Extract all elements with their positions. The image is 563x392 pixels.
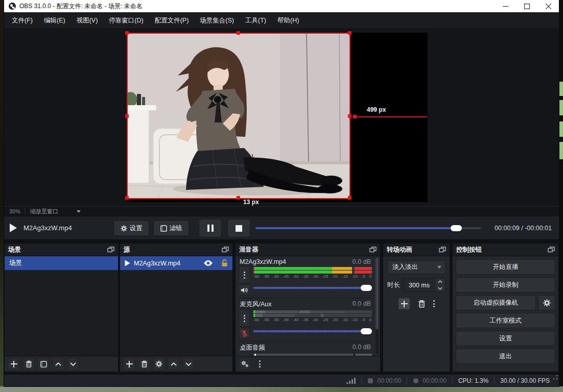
source-properties-button[interactable] (153, 358, 165, 370)
meter-scale: -60-55-50-45-40-35-30-25-20-15-10-50 (253, 274, 372, 279)
media-settings-button[interactable]: 设置 (113, 220, 149, 236)
mixer-channel-menu-button[interactable] (239, 353, 250, 356)
add-scene-button[interactable] (8, 358, 20, 370)
seek-handle[interactable] (451, 225, 462, 231)
remove-scene-button[interactable] (22, 358, 35, 370)
menu-view[interactable]: 视图(V) (71, 12, 104, 29)
scene-filters-button[interactable] (37, 358, 50, 370)
zoom-mode-label[interactable]: 缩放至窗口 (25, 208, 63, 215)
spin-down-button[interactable] (435, 285, 445, 292)
selection-handle-left-mid[interactable] (125, 114, 129, 118)
source-list-item[interactable]: M2Ag3xzW.mp4 (120, 256, 232, 270)
sources-panel-header[interactable]: 源 (120, 243, 232, 256)
menu-profile[interactable]: 配置文件(P) (149, 12, 195, 29)
duration-spinbox[interactable]: 300 ms (403, 278, 445, 292)
program-canvas[interactable]: 499 px 13 px (127, 33, 428, 202)
minimize-button[interactable] (495, 0, 516, 12)
preview-area[interactable]: 499 px 13 px (4, 29, 559, 206)
scrollbar-thumb[interactable] (376, 258, 379, 329)
controls-panel-header[interactable]: 控制按钮 (453, 243, 558, 256)
close-icon (546, 4, 551, 9)
selection-handle-bottom-right[interactable] (348, 196, 351, 200)
kebab-icon (433, 300, 435, 307)
popout-icon[interactable] (439, 247, 446, 253)
menu-edit[interactable]: 编辑(E) (38, 12, 71, 29)
close-button[interactable] (537, 0, 559, 12)
source-move-down-button[interactable] (182, 358, 195, 370)
sources-title: 源 (124, 246, 130, 254)
width-measure-label: 499 px (367, 106, 386, 113)
add-source-button[interactable] (123, 358, 135, 370)
start-recording-button[interactable]: 开始录制 (456, 277, 555, 292)
scenes-panel-header[interactable]: 场景 (5, 243, 118, 256)
desktop-background: OBS 31.0.0 - 配置文件: 未命名 - 场景: 未命名 文件(F) 编… (0, 0, 563, 392)
media-filters-button[interactable]: 滤镜 (153, 220, 189, 236)
popout-icon[interactable] (107, 247, 114, 253)
popout-icon[interactable] (222, 247, 229, 253)
lock-icon[interactable] (221, 259, 228, 267)
source-move-up-button[interactable] (168, 358, 180, 370)
advanced-audio-button[interactable] (239, 358, 251, 370)
media-seek-slider[interactable] (255, 227, 481, 229)
studio-mode-button[interactable]: 工作室模式 (456, 313, 555, 328)
mixer-channel-menu-button[interactable] (239, 266, 250, 283)
pause-button[interactable] (199, 219, 222, 237)
scene-move-down-button[interactable] (67, 358, 79, 370)
menu-docks[interactable]: 停靠窗口(D) (103, 12, 149, 29)
selection-handle-right-mid[interactable] (348, 114, 351, 118)
selection-handle-bottom-mid[interactable] (237, 196, 240, 200)
mixer-body: M2Ag3xzW.mp4 0.0 dB -60-55-50-45-40-35-3… (236, 256, 380, 356)
exit-button[interactable]: 退出 (456, 349, 555, 364)
start-streaming-button[interactable]: 开始直播 (456, 259, 555, 275)
scene-item-label: 场景 (9, 259, 22, 267)
mixer-scrollbar[interactable] (376, 258, 379, 354)
transition-select[interactable]: 淡入淡出 (387, 260, 445, 274)
fps-indicator: 30.00 / 30.00 FPS (500, 377, 550, 384)
duration-value[interactable]: 300 ms (403, 278, 435, 292)
remove-transition-button[interactable] (418, 300, 426, 308)
settings-button[interactable]: 设置 (456, 331, 555, 346)
scene-move-up-button[interactable] (52, 358, 64, 370)
mute-toggle-button[interactable] (239, 284, 250, 296)
scene-list-item[interactable]: 场景 (5, 256, 118, 270)
mixer-menu-button[interactable] (253, 358, 266, 370)
start-virtualcam-button[interactable]: 启动虚拟摄像机 (456, 295, 536, 310)
add-transition-button[interactable] (398, 298, 410, 310)
stop-button[interactable] (227, 219, 250, 237)
menu-help[interactable]: 帮助(H) (272, 12, 304, 29)
play-icon[interactable] (9, 224, 17, 232)
sources-list[interactable]: M2Ag3xzW.mp4 (120, 256, 232, 356)
spin-up-button[interactable] (435, 279, 445, 285)
mute-toggle-button-muted[interactable] (239, 328, 250, 339)
remove-source-button[interactable] (138, 358, 150, 370)
popout-icon[interactable] (548, 247, 555, 253)
volume-slider-handle[interactable] (361, 285, 372, 291)
volume-slider[interactable] (253, 327, 372, 336)
selection-handle-top-mid[interactable] (237, 31, 240, 35)
selection-handle-top-left[interactable] (125, 31, 129, 35)
mixer-channel-menu-button[interactable] (239, 310, 250, 327)
transitions-panel-header[interactable]: 转场动画 (383, 243, 450, 256)
maximize-button[interactable] (516, 0, 537, 12)
visibility-eye-icon[interactable] (203, 260, 213, 266)
resize-grip[interactable] (553, 375, 557, 379)
volume-slider[interactable] (253, 283, 372, 292)
chevron-down-icon[interactable] (77, 210, 81, 213)
selection-handle-top-right[interactable] (348, 31, 351, 35)
virtualcam-config-button[interactable] (538, 295, 555, 310)
video-source-preview[interactable] (127, 33, 350, 199)
popout-icon[interactable] (369, 247, 377, 253)
menu-file[interactable]: 文件(F) (6, 12, 38, 29)
transition-selected-label: 淡入淡出 (388, 263, 434, 272)
selection-handle-bottom-left[interactable] (125, 196, 129, 200)
transition-properties-button[interactable] (433, 300, 435, 307)
scenes-list[interactable]: 场景 (5, 256, 118, 356)
menu-tools[interactable]: 工具(T) (240, 12, 272, 29)
transitions-body: 淡入淡出 时长 300 ms (383, 256, 450, 310)
sources-panel: 源 M2Ag3xzW.mp4 (120, 243, 233, 372)
titlebar[interactable]: OBS 31.0.0 - 配置文件: 未命名 - 场景: 未命名 (4, 0, 559, 12)
trash-icon (418, 300, 426, 308)
mixer-panel-header[interactable]: 混音器 (236, 243, 380, 256)
volume-slider-handle[interactable] (361, 328, 372, 334)
menu-scene-collection[interactable]: 场景集合(S) (194, 12, 240, 29)
